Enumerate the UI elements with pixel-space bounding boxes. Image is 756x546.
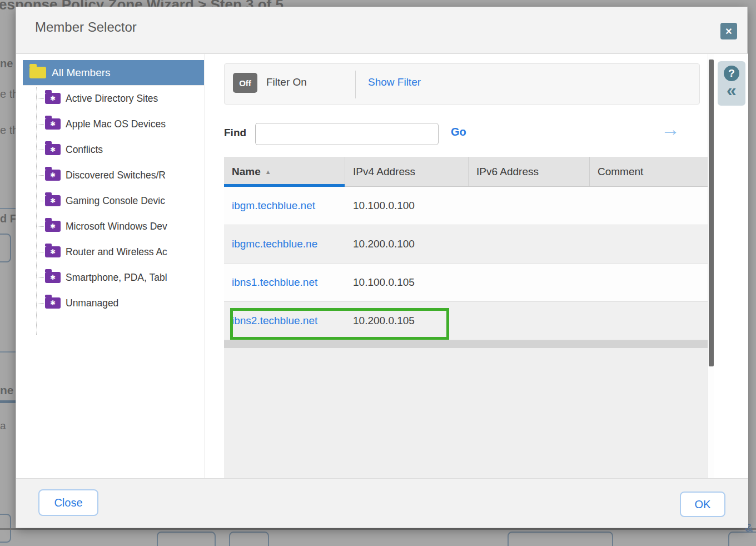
column-label: IPv4 Address bbox=[353, 166, 415, 178]
dialog-content: All Members ✱ Active Directory Sites ✱ A… bbox=[16, 53, 748, 479]
next-page-arrow-icon[interactable]: → bbox=[661, 120, 680, 138]
smart-folder-icon: ✱ bbox=[45, 297, 61, 309]
ipv4-cell: 10.200.0.105 bbox=[345, 315, 469, 327]
dialog-footer: Close OK bbox=[16, 478, 748, 528]
tree-item-apple-mac-os-devices[interactable]: ✱ Apple Mac OS Devices bbox=[16, 111, 205, 137]
tree-item-gaming-console-devices[interactable]: ✱ Gaming Console Devic bbox=[16, 188, 205, 214]
tree-item-label: Smartphone, PDA, Tabl bbox=[66, 272, 167, 284]
column-header-comment[interactable]: Comment bbox=[590, 157, 708, 186]
tree-item-label: Discovered Switches/R bbox=[66, 170, 166, 181]
tree-item-conflicts[interactable]: ✱ Conflicts bbox=[16, 137, 205, 162]
sorted-column-indicator bbox=[224, 184, 345, 187]
tree-item-microsoft-windows-devices[interactable]: ✱ Microsoft Windows Dev bbox=[16, 214, 205, 239]
member-link[interactable]: ibns2.techblue.net bbox=[232, 315, 317, 326]
tree-root-label: All Members bbox=[52, 67, 111, 79]
tree-item-label: Conflicts bbox=[66, 144, 103, 156]
ipv4-cell: 10.100.0.100 bbox=[345, 200, 469, 212]
smart-folder-icon: ✱ bbox=[45, 118, 61, 130]
ipv4-cell: 10.100.0.105 bbox=[345, 276, 469, 289]
find-label: Find bbox=[224, 127, 246, 139]
column-header-ipv4[interactable]: IPv4 Address bbox=[345, 157, 469, 186]
find-input[interactable] bbox=[255, 123, 439, 145]
smart-folder-icon: ✱ bbox=[45, 272, 61, 283]
tree-item-label: Unmanaged bbox=[66, 297, 118, 309]
tree-item-label: Gaming Console Devic bbox=[66, 195, 165, 207]
collapse-panel-icon[interactable]: « bbox=[727, 82, 737, 98]
ok-button[interactable]: OK bbox=[680, 492, 725, 517]
tree-item-label: Apple Mac OS Devices bbox=[66, 118, 166, 130]
tree-item-router-wireless[interactable]: ✱ Router and Wireless Ac bbox=[16, 239, 205, 265]
tree-item-discovered-switches[interactable]: ✱ Discovered Switches/R bbox=[16, 162, 205, 188]
vertical-scrollbar[interactable] bbox=[708, 54, 714, 479]
show-filter-link[interactable]: Show Filter bbox=[368, 76, 421, 88]
tree-item-label: Active Directory Sites bbox=[66, 93, 158, 105]
sort-asc-icon: ▲ bbox=[265, 168, 271, 175]
table-header: Name ▲ IPv4 Address IPv6 Address Comment bbox=[224, 157, 708, 187]
dialog-title: Member Selector bbox=[35, 19, 137, 35]
tree-item-smartphone-pda-tablet[interactable]: ✱ Smartphone, PDA, Tabl bbox=[16, 265, 205, 290]
close-button[interactable]: Close bbox=[38, 489, 98, 516]
smart-folder-icon: ✱ bbox=[45, 170, 61, 181]
member-selector-dialog: Member Selector ✕ All Members ✱ Active D… bbox=[16, 7, 748, 528]
go-link[interactable]: Go bbox=[451, 126, 466, 138]
table-row[interactable]: ibns1.techblue.net 10.100.0.105 bbox=[224, 264, 708, 302]
table-empty-area bbox=[224, 348, 708, 479]
tree-item-active-directory-sites[interactable]: ✱ Active Directory Sites bbox=[16, 86, 205, 111]
smart-folder-icon: ✱ bbox=[45, 195, 61, 206]
smart-folder-icon: ✱ bbox=[45, 144, 61, 155]
tree-item-all-members[interactable]: All Members bbox=[23, 60, 204, 86]
members-table: Name ▲ IPv4 Address IPv6 Address Comment… bbox=[224, 157, 708, 340]
table-end-strip bbox=[224, 340, 708, 348]
member-link[interactable]: ibgmc.techblue.ne bbox=[232, 238, 317, 250]
member-link[interactable]: ibns1.techblue.net bbox=[232, 276, 317, 288]
side-icon-panel: ? « bbox=[718, 61, 745, 106]
close-icon[interactable]: ✕ bbox=[720, 23, 737, 39]
filter-on-label: Filter On bbox=[266, 76, 307, 88]
column-label: Name bbox=[232, 166, 261, 178]
smart-folder-icon: ✱ bbox=[45, 246, 61, 257]
filter-divider bbox=[355, 71, 356, 98]
column-header-ipv6[interactable]: IPv6 Address bbox=[469, 157, 590, 186]
table-row[interactable]: ibgmc.techblue.ne 10.200.0.100 bbox=[224, 225, 708, 264]
table-row-highlighted[interactable]: ibns2.techblue.net 10.200.0.105 bbox=[224, 302, 708, 340]
column-label: IPv6 Address bbox=[476, 166, 539, 178]
tree-item-label: Router and Wireless Ac bbox=[66, 246, 167, 258]
filter-bar: Off Filter On Show Filter bbox=[224, 63, 700, 105]
scrollbar-thumb[interactable] bbox=[709, 59, 714, 366]
column-label: Comment bbox=[598, 166, 643, 178]
tree-item-unmanaged[interactable]: ✱ Unmanaged bbox=[16, 290, 205, 316]
member-link[interactable]: ibgm.techblue.net bbox=[232, 200, 315, 211]
member-tree-panel: All Members ✱ Active Directory Sites ✱ A… bbox=[16, 54, 205, 479]
table-row[interactable]: ibgm.techblue.net 10.100.0.100 bbox=[224, 187, 708, 225]
open-folder-icon bbox=[29, 67, 46, 78]
smart-folder-icon: ✱ bbox=[45, 93, 61, 104]
smart-folder-icon: ✱ bbox=[45, 221, 61, 232]
filter-toggle-button[interactable]: Off bbox=[233, 73, 257, 93]
help-icon[interactable]: ? bbox=[724, 66, 739, 81]
tree-item-label: Microsoft Windows Dev bbox=[66, 221, 167, 232]
column-header-name[interactable]: Name ▲ bbox=[224, 157, 345, 186]
ipv4-cell: 10.200.0.100 bbox=[345, 238, 469, 250]
